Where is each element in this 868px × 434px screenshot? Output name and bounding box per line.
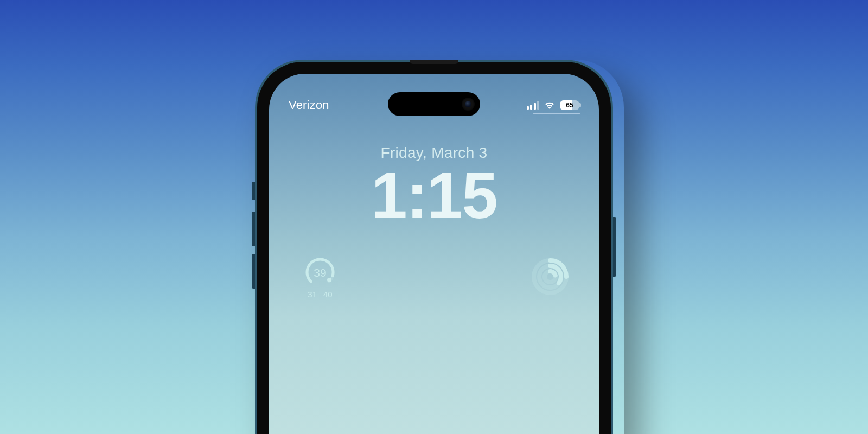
- activity-rings-icon: [531, 257, 570, 296]
- status-underline: [533, 113, 580, 114]
- lockscreen-widget-row: 39 31 40: [269, 257, 599, 317]
- battery-percent-label: 65: [560, 100, 579, 110]
- activity-rings-widget[interactable]: [531, 257, 570, 296]
- iphone-device-frame: Verizon 65 Friday,: [255, 60, 613, 434]
- lock-screen[interactable]: Verizon 65 Friday,: [269, 74, 599, 434]
- earpiece-grille: [410, 60, 458, 64]
- side-button[interactable]: [613, 217, 616, 277]
- weather-low-temp: 31: [308, 290, 317, 299]
- weather-widget[interactable]: 39 31 40: [298, 257, 342, 299]
- volume-up-button[interactable]: [252, 212, 255, 246]
- wifi-icon: [544, 101, 556, 110]
- weather-current-temp: 39: [298, 266, 342, 279]
- lockscreen-time[interactable]: 1:15: [269, 159, 599, 231]
- volume-down-button[interactable]: [252, 254, 255, 289]
- front-camera-icon: [462, 98, 475, 111]
- cellular-signal-icon: [527, 101, 540, 110]
- weather-high-temp: 40: [323, 290, 333, 299]
- battery-indicator: 65: [560, 100, 579, 110]
- phone-bezel: Verizon 65 Friday,: [257, 62, 611, 434]
- carrier-label: Verizon: [289, 98, 329, 112]
- mute-switch[interactable]: [252, 182, 255, 200]
- dynamic-island[interactable]: [388, 92, 480, 116]
- status-right-group: 65: [527, 100, 580, 110]
